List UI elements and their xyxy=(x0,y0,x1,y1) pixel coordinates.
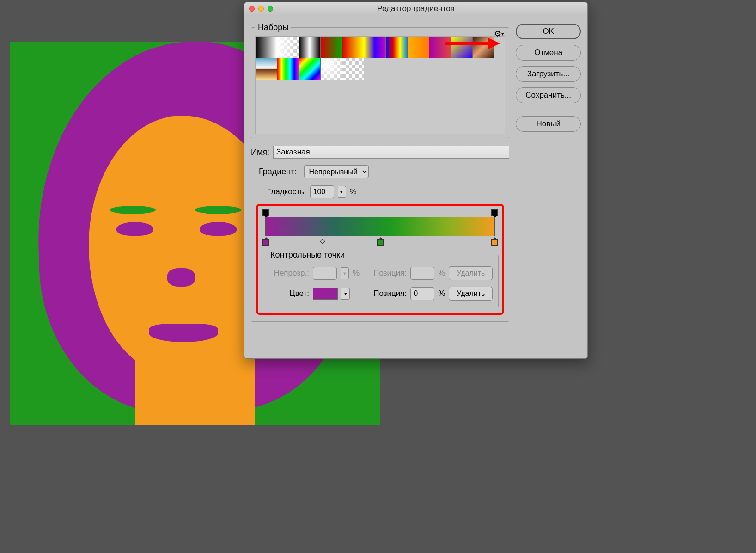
save-button[interactable]: Сохранить... xyxy=(516,87,581,103)
opacity-position-unit: % xyxy=(438,269,445,278)
opacity-unit: % xyxy=(353,269,360,278)
opacity-position-input xyxy=(410,267,434,280)
gradient-type-select[interactable]: Непрерывный xyxy=(304,165,369,178)
presets-group: Наборы ⚙︎▾ xyxy=(251,23,509,138)
color-stop[interactable] xyxy=(262,239,269,246)
highlight-annotation: Контрольные точки Непрозр.: ▾ % Позиция:… xyxy=(256,204,504,315)
gradient-bar-editor[interactable] xyxy=(262,209,499,246)
preset-swatch[interactable] xyxy=(299,58,321,80)
portrait-nose xyxy=(167,268,195,287)
portrait-mouth xyxy=(149,324,218,342)
preset-swatch[interactable] xyxy=(364,36,386,58)
gradient-group: Градиент: Непрерывный Гладкость: ▾ % xyxy=(251,165,509,322)
control-points-group: Контрольные точки Непрозр.: ▾ % Позиция:… xyxy=(262,250,499,307)
portrait-eye xyxy=(116,222,153,236)
portrait-brow xyxy=(195,206,241,214)
opacity-stop[interactable] xyxy=(262,209,269,216)
preset-swatch[interactable] xyxy=(277,36,299,58)
portrait-brow xyxy=(110,206,156,214)
color-position-unit: % xyxy=(438,289,445,298)
gradient-editor-dialog: Редактор градиентов Наборы ⚙︎▾ xyxy=(244,2,588,359)
preset-swatch[interactable] xyxy=(451,36,473,58)
control-points-legend: Контрольные точки xyxy=(268,250,348,260)
color-position-input[interactable] xyxy=(410,287,434,300)
load-button[interactable]: Загрузить... xyxy=(516,66,581,82)
smoothness-unit: % xyxy=(350,187,357,197)
titlebar[interactable]: Редактор градиентов xyxy=(244,2,587,15)
opacity-input xyxy=(313,267,337,280)
color-stop[interactable] xyxy=(491,239,498,246)
preset-swatch[interactable] xyxy=(407,36,429,58)
window-title: Редактор градиентов xyxy=(244,4,587,13)
delete-opacity-stop-button: Удалить xyxy=(449,266,493,280)
new-button[interactable]: Новый xyxy=(516,116,581,132)
gradient-preview-bar[interactable] xyxy=(265,217,495,236)
ok-button[interactable]: OK xyxy=(516,24,581,39)
color-position-label: Позиция: xyxy=(367,289,407,298)
preset-swatch[interactable] xyxy=(255,58,277,80)
opacity-label: Непрозр.: xyxy=(268,269,309,278)
preset-swatch[interactable] xyxy=(320,58,342,80)
presets-list[interactable] xyxy=(255,36,505,134)
gear-icon[interactable]: ⚙︎▾ xyxy=(494,29,504,39)
portrait-eye xyxy=(200,222,237,236)
preset-swatch[interactable] xyxy=(299,36,321,58)
color-well[interactable] xyxy=(313,288,338,300)
preset-swatch[interactable] xyxy=(342,36,364,58)
midpoint-handle[interactable] xyxy=(320,239,325,244)
delete-color-stop-button[interactable]: Удалить xyxy=(449,287,493,301)
preset-swatch[interactable] xyxy=(277,58,299,80)
opacity-stop[interactable] xyxy=(491,209,498,216)
presets-legend: Наборы xyxy=(255,23,291,32)
preset-swatch[interactable] xyxy=(472,36,494,58)
preset-swatch[interactable] xyxy=(429,36,451,58)
chevron-down-icon[interactable]: ▾ xyxy=(341,288,350,300)
preset-swatch[interactable] xyxy=(320,36,342,58)
chevron-down-icon[interactable]: ▾ xyxy=(338,186,346,198)
cancel-button[interactable]: Отмена xyxy=(516,45,581,61)
name-label: Имя: xyxy=(251,147,269,157)
name-input[interactable] xyxy=(273,146,509,159)
chevron-down-icon: ▾ xyxy=(341,267,349,279)
preset-swatch[interactable] xyxy=(255,36,277,58)
gradient-type-label: Градиент: xyxy=(259,167,297,176)
smoothness-input[interactable] xyxy=(310,185,334,198)
color-label: Цвет: xyxy=(268,289,309,298)
preset-swatch[interactable] xyxy=(385,36,408,58)
color-stop[interactable] xyxy=(377,239,384,246)
opacity-position-label: Позиция: xyxy=(367,269,407,278)
preset-swatch[interactable] xyxy=(342,58,364,80)
smoothness-label: Гладкость: xyxy=(267,187,306,197)
